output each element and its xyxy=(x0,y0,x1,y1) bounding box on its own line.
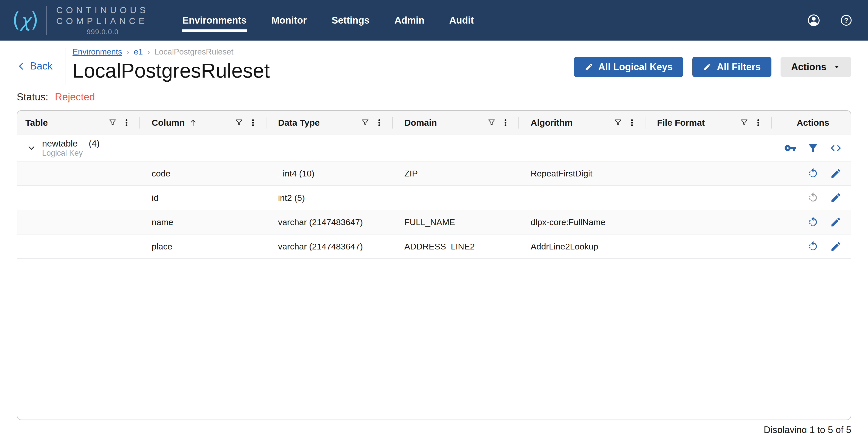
table-row: name varchar (2147483647) FULL_NAME dlpx… xyxy=(17,210,851,235)
cell-domain: ZIP xyxy=(396,168,523,179)
header-cell-divider xyxy=(266,117,267,128)
page-title: LocalPostgresRuleset xyxy=(72,59,270,83)
column-header-algorithm[interactable]: Algorithm xyxy=(523,111,649,134)
delphix-logo-icon: (χ) xyxy=(12,10,38,31)
header-cell-divider xyxy=(140,117,140,128)
main-nav: Environments Monitor Settings Admin Audi… xyxy=(182,12,474,28)
help-icon[interactable]: ? xyxy=(839,13,853,27)
status-label: Status: xyxy=(17,91,49,103)
edit-icon[interactable] xyxy=(830,191,842,204)
edit-icon xyxy=(703,63,712,71)
kebab-menu-icon[interactable] xyxy=(122,118,131,127)
kebab-menu-icon[interactable] xyxy=(501,118,510,127)
back-chevron-icon xyxy=(17,61,26,71)
breadcrumb-e1[interactable]: e1 xyxy=(134,47,143,57)
cell-data-type: varchar (2147483647) xyxy=(270,242,396,251)
nav-item-environments[interactable]: Environments xyxy=(182,12,246,28)
top-navbar: (χ) CONTINUOUS COMPLIANCE 999.0.0.0 Envi… xyxy=(0,0,868,40)
column-header-domain[interactable]: Domain xyxy=(396,111,523,134)
edit-icon[interactable] xyxy=(830,216,842,228)
edit-icon xyxy=(585,63,593,71)
kebab-menu-icon[interactable] xyxy=(628,118,636,127)
ruleset-table: Table Column xyxy=(17,110,851,420)
cell-algorithm: AddrLine2Lookup xyxy=(523,242,649,251)
filter-icon[interactable] xyxy=(108,118,117,127)
actions-column-separator xyxy=(775,111,775,420)
cell-data-type: varchar (2147483647) xyxy=(270,217,396,227)
nav-item-monitor[interactable]: Monitor xyxy=(272,12,307,28)
back-button[interactable]: Back xyxy=(17,60,53,72)
kebab-menu-icon[interactable] xyxy=(375,118,383,127)
caret-down-icon xyxy=(833,63,841,71)
brand-wordmark: CONTINUOUS COMPLIANCE 999.0.0.0 xyxy=(56,5,149,36)
breadcrumb-environments[interactable]: Environments xyxy=(72,47,122,57)
brand-line-2: COMPLIANCE xyxy=(56,16,149,26)
breadcrumb-current: LocalPostgresRuleset xyxy=(154,47,233,57)
cell-data-type: _int4 (10) xyxy=(270,168,396,179)
column-header-column[interactable]: Column xyxy=(144,111,270,134)
table-group-row: newtable (4) Logical Key xyxy=(17,135,851,161)
edit-icon[interactable] xyxy=(830,167,842,180)
nav-item-settings[interactable]: Settings xyxy=(332,12,370,28)
breadcrumb-separator-icon: › xyxy=(147,48,150,56)
svg-text:?: ? xyxy=(844,17,848,24)
actions-label: Actions xyxy=(791,62,827,72)
account-icon[interactable] xyxy=(807,13,821,27)
brand-line-1: CONTINUOUS xyxy=(56,5,149,16)
cell-column: place xyxy=(144,242,270,251)
header-divider xyxy=(65,48,65,85)
nav-item-admin[interactable]: Admin xyxy=(395,12,424,28)
header-cell-divider xyxy=(392,117,393,128)
app-version: 999.0.0.0 xyxy=(56,28,149,36)
row-actions xyxy=(775,167,851,180)
row-actions xyxy=(775,216,851,228)
pagination-summary: Displaying 1 to 5 of 5 xyxy=(17,425,851,433)
reset-icon[interactable] xyxy=(807,216,819,228)
filter-icon[interactable] xyxy=(614,118,623,127)
kebab-menu-icon[interactable] xyxy=(249,118,257,127)
table-row: code _int4 (10) ZIP RepeatFirstDigit xyxy=(17,161,851,186)
sort-asc-icon xyxy=(189,118,197,127)
back-label: Back xyxy=(30,60,53,72)
table-row: place varchar (2147483647) ADDRESS_LINE2… xyxy=(17,235,851,259)
filter-icon[interactable] xyxy=(487,118,496,127)
app-logo[interactable]: (χ) xyxy=(12,10,38,31)
filter-icon[interactable] xyxy=(235,118,244,127)
kebab-menu-icon[interactable] xyxy=(754,118,763,127)
nav-item-audit[interactable]: Audit xyxy=(449,12,474,28)
filter-icon[interactable] xyxy=(361,118,370,127)
navbar-right: ? xyxy=(807,13,856,27)
column-header-data-type[interactable]: Data Type xyxy=(270,111,396,134)
header-buttons: All Logical Keys All Filters Actions xyxy=(574,57,851,77)
column-header-actions: Actions xyxy=(775,111,851,134)
table-row: id int2 (5) xyxy=(17,186,851,210)
group-subtitle: Logical Key xyxy=(42,149,83,157)
filter-icon[interactable] xyxy=(740,118,749,127)
cell-domain: FULL_NAME xyxy=(396,217,523,227)
cell-algorithm: RepeatFirstDigit xyxy=(523,168,649,179)
all-filters-button[interactable]: All Filters xyxy=(692,57,771,77)
filter-filled-icon[interactable] xyxy=(807,142,819,154)
code-icon[interactable] xyxy=(830,142,842,154)
status-badge: Rejected xyxy=(55,91,95,103)
all-logical-keys-label: All Logical Keys xyxy=(598,62,673,72)
logical-key-icon[interactable] xyxy=(784,142,797,154)
header-cell-divider xyxy=(645,117,645,128)
cell-column: name xyxy=(144,217,270,227)
cell-domain: ADDRESS_LINE2 xyxy=(396,242,523,251)
breadcrumb: Environments › e1 › LocalPostgresRuleset xyxy=(72,47,270,57)
actions-menu-button[interactable]: Actions xyxy=(780,57,851,77)
group-table-name: newtable xyxy=(42,138,78,149)
header-cell-divider xyxy=(771,117,772,128)
reset-icon[interactable] xyxy=(807,167,819,180)
breadcrumb-separator-icon: › xyxy=(127,48,129,56)
all-logical-keys-button[interactable]: All Logical Keys xyxy=(574,57,683,77)
chevron-down-icon[interactable] xyxy=(24,141,38,155)
column-header-file-format[interactable]: File Format xyxy=(649,111,775,134)
edit-icon[interactable] xyxy=(830,240,842,253)
reset-icon[interactable] xyxy=(807,240,819,253)
group-row-count: (4) xyxy=(89,138,100,149)
brand-divider xyxy=(46,6,46,35)
column-header-table[interactable]: Table xyxy=(17,111,144,134)
status-row: Status: Rejected xyxy=(17,91,851,103)
